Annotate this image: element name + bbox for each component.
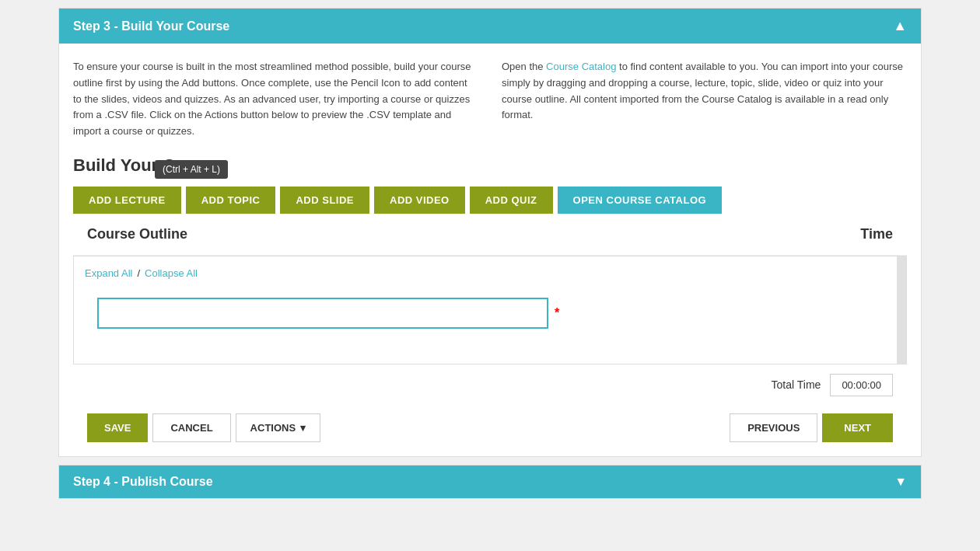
button-bar: (Ctrl + Alt + L) ADD LECTURE ADD TOPIC A…	[73, 187, 907, 214]
actions-button[interactable]: ACTIONS ▾	[236, 413, 321, 442]
add-quiz-button[interactable]: ADD QUIZ	[470, 187, 553, 214]
action-bar: SAVE CANCEL ACTIONS ▾ PREVIOUS NEXT	[73, 406, 907, 456]
expand-all-link[interactable]: Expand All	[85, 267, 132, 279]
previous-button[interactable]: PREVIOUS	[730, 413, 817, 442]
description-right: Open the Course Catalog to find content …	[502, 59, 907, 140]
step3-description: To ensure your course is built in the mo…	[73, 59, 907, 140]
actions-chevron-icon: ▾	[300, 422, 306, 434]
next-button[interactable]: NEXT	[822, 413, 893, 442]
outline-body: Expand All / Collapse All *	[73, 256, 907, 364]
actions-label: ACTIONS	[250, 422, 296, 434]
step3-body: To ensure your course is built in the mo…	[59, 44, 921, 214]
add-video-button[interactable]: ADD VIDEO	[374, 187, 465, 214]
total-time-row: Total Time 00:00:00	[73, 364, 907, 406]
add-topic-button[interactable]: ADD TOPIC	[186, 187, 276, 214]
collapse-all-link[interactable]: Collapse All	[145, 267, 198, 279]
page-wrapper: Step 3 - Build Your Course ▲ To ensure y…	[0, 0, 980, 551]
outline-container: Course Outline Time Expand All / Collaps…	[73, 214, 907, 456]
outline-title: Course Outline	[87, 226, 187, 242]
required-star: *	[555, 306, 559, 320]
step3-title: Step 3 - Build Your Course	[73, 19, 229, 33]
tooltip: (Ctrl + Alt + L)	[155, 160, 228, 179]
action-bar-left: SAVE CANCEL ACTIONS ▾	[87, 413, 320, 442]
outline-scrollbar[interactable]	[897, 256, 906, 364]
action-bar-right: PREVIOUS NEXT	[730, 413, 893, 442]
open-course-catalog-button[interactable]: OPEN COURSE CATALOG	[558, 187, 723, 214]
step4-chevron-icon: ▼	[894, 475, 907, 489]
cancel-button[interactable]: CANCEL	[152, 413, 230, 442]
lecture-name-input[interactable]	[97, 298, 548, 329]
course-catalog-link[interactable]: Course Catalog	[546, 61, 616, 72]
outline-time-label: Time	[860, 226, 893, 242]
expand-collapse-divider: /	[137, 267, 140, 279]
step4-title: Step 4 - Publish Course	[73, 475, 213, 489]
add-slide-button[interactable]: ADD SLIDE	[280, 187, 369, 214]
outline-header: Course Outline Time	[73, 214, 907, 256]
step4-header[interactable]: Step 4 - Publish Course ▼	[59, 466, 921, 498]
step4-section: Step 4 - Publish Course ▼	[58, 465, 922, 499]
step3-chevron-icon: ▲	[893, 18, 907, 34]
save-button[interactable]: SAVE	[87, 413, 148, 442]
lecture-input-row: *	[97, 298, 906, 329]
add-lecture-button[interactable]: ADD LECTURE	[73, 187, 181, 214]
total-time-label: Total Time	[772, 378, 821, 391]
step3-header[interactable]: Step 3 - Build Your Course ▲	[59, 9, 921, 44]
total-time-value: 00:00:00	[830, 374, 893, 396]
description-left: To ensure your course is built in the mo…	[73, 59, 478, 140]
step3-section: Step 3 - Build Your Course ▲ To ensure y…	[58, 8, 922, 457]
expand-collapse-row: Expand All / Collapse All	[74, 256, 906, 287]
